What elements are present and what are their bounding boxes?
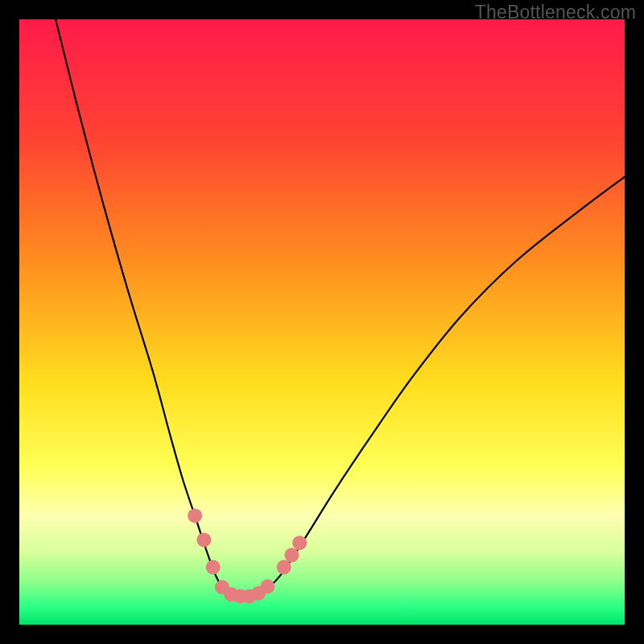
- gradient-background: [19, 19, 625, 625]
- curve-marker: [260, 580, 275, 594]
- bottleneck-chart: [19, 19, 625, 625]
- curve-marker: [292, 535, 307, 550]
- watermark-text: TheBottleneck.com: [475, 2, 636, 23]
- curve-marker: [277, 560, 291, 575]
- curve-marker: [206, 560, 221, 575]
- curve-marker: [284, 548, 299, 563]
- chart-frame: [19, 19, 625, 625]
- curve-marker: [196, 533, 211, 547]
- curve-marker: [188, 509, 202, 523]
